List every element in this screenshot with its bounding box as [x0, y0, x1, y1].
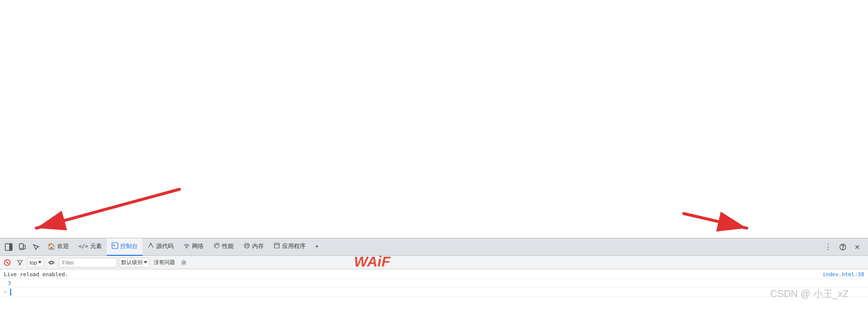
console-line: 3: [0, 279, 868, 288]
application-tab-label: 应用程序: [282, 242, 305, 250]
elements-icon: </>: [79, 243, 88, 249]
tab-sources[interactable]: 源代码: [143, 238, 178, 256]
console-output: Live reload enabled. index.html:38 3 >: [0, 269, 868, 332]
filter-button[interactable]: [15, 257, 25, 268]
console-source-link[interactable]: index.html:38: [822, 271, 864, 278]
console-message-text: Live reload enabled.: [4, 271, 819, 278]
console-input-line[interactable]: >: [0, 288, 868, 297]
svg-rect-7: [23, 245, 25, 249]
console-number-value: 3: [4, 280, 11, 286]
svg-rect-16: [274, 243, 279, 248]
memory-icon: [243, 242, 250, 250]
svg-point-12: [150, 243, 151, 245]
console-tab-label: 控制台: [120, 242, 138, 250]
svg-rect-9: [112, 243, 118, 249]
svg-rect-5: [9, 244, 12, 250]
application-icon: [273, 242, 280, 250]
clear-console-button[interactable]: [2, 257, 13, 268]
devtools-actions: ⋮ ✕: [821, 240, 866, 254]
svg-point-23: [183, 261, 185, 264]
devtools-tab-bar: 🏠 欢迎 </> 元素 控制台: [0, 238, 868, 256]
no-issues-label: 没有问题: [152, 259, 177, 266]
log-level-selector[interactable]: 默认级别: [119, 258, 150, 267]
devtools-panel: 🏠 欢迎 </> 元素 控制台: [0, 238, 868, 332]
welcome-icon: 🏠: [48, 243, 55, 250]
inspect-element-button[interactable]: [29, 240, 43, 254]
level-label: 默认级别: [121, 259, 143, 266]
device-toggle-button[interactable]: [16, 240, 29, 254]
more-options-button[interactable]: ⋮: [821, 240, 835, 254]
network-tab-label: 网络: [192, 242, 204, 250]
welcome-tab-label: 欢迎: [57, 242, 69, 250]
svg-point-15: [244, 243, 249, 248]
tab-console[interactable]: 控制台: [107, 238, 143, 256]
svg-point-22: [50, 261, 53, 264]
main-content-area: [0, 0, 868, 238]
svg-line-3: [684, 214, 747, 228]
network-icon: [183, 242, 190, 250]
tab-memory[interactable]: 内存: [239, 238, 269, 256]
sources-tab-label: 源代码: [156, 242, 174, 250]
console-filter-input[interactable]: [59, 258, 117, 267]
svg-point-19: [843, 249, 843, 249]
context-label: top: [30, 260, 37, 266]
context-selector[interactable]: top: [27, 258, 44, 267]
help-button[interactable]: [836, 240, 850, 254]
tab-welcome[interactable]: 🏠 欢迎: [43, 238, 74, 256]
console-cursor: [10, 289, 11, 296]
close-devtools-button[interactable]: ✕: [851, 240, 864, 254]
arrow-overlay: [0, 0, 868, 238]
tab-network[interactable]: 网络: [178, 238, 209, 256]
elements-tab-label: 元素: [90, 242, 102, 250]
console-icon: [112, 242, 118, 250]
memory-tab-label: 内存: [252, 242, 264, 250]
console-toolbar: top 默认级别 没有问题: [0, 256, 868, 269]
add-tab-icon: +: [315, 243, 319, 250]
svg-point-13: [186, 247, 187, 249]
svg-line-2: [36, 189, 179, 228]
console-settings-button[interactable]: [179, 258, 189, 267]
dock-toggle-button[interactable]: [2, 240, 16, 254]
eye-filter-button[interactable]: [46, 257, 57, 268]
performance-tab-label: 性能: [222, 242, 234, 250]
tab-performance[interactable]: 性能: [209, 238, 239, 256]
add-tab-button[interactable]: +: [310, 238, 323, 256]
tab-elements[interactable]: </> 元素: [74, 238, 107, 256]
console-line: Live reload enabled. index.html:38: [0, 270, 868, 279]
svg-line-21: [6, 261, 9, 264]
sources-icon: [147, 242, 154, 250]
console-prompt: >: [4, 289, 7, 295]
performance-icon: [213, 242, 220, 250]
tab-application[interactable]: 应用程序: [269, 238, 310, 256]
